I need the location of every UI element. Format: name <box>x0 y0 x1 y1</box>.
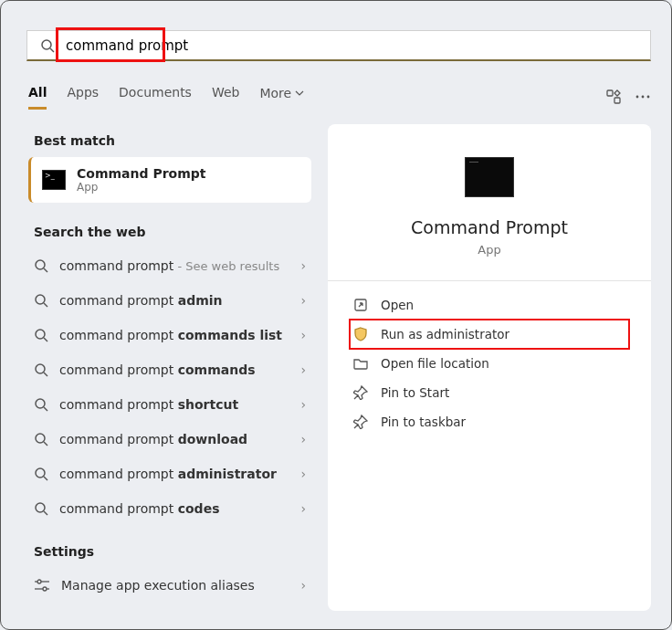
search-icon <box>34 467 48 481</box>
svg-point-7 <box>36 260 45 269</box>
svg-point-19 <box>36 468 45 478</box>
web-result-text: command prompt codes <box>59 501 219 516</box>
svg-point-21 <box>36 503 45 512</box>
detail-title: Command Prompt <box>411 217 568 237</box>
search-icon <box>34 362 48 377</box>
search-icon <box>34 293 48 308</box>
settings-heading: Settings <box>34 544 311 559</box>
best-match-subtitle: App <box>77 181 205 194</box>
svg-line-20 <box>44 477 47 480</box>
web-result-text: command prompt commands <box>59 362 256 377</box>
chevron-down-icon <box>295 89 304 98</box>
shield-icon <box>353 327 368 341</box>
chevron-right-icon: › <box>300 578 306 593</box>
command-prompt-icon <box>465 157 514 197</box>
chevron-right-icon: › <box>300 501 306 516</box>
action-pin-to-start[interactable]: Pin to Start <box>350 378 629 407</box>
open-icon <box>353 298 368 312</box>
action-open-file-location[interactable]: Open file location <box>350 349 629 378</box>
web-result-text: command prompt - See web results <box>59 258 279 273</box>
results-column: Best match Command Prompt App Search the… <box>28 133 311 611</box>
web-result[interactable]: command prompt codes› <box>28 491 311 526</box>
svg-point-11 <box>36 330 45 339</box>
apps-view-icon[interactable] <box>593 89 622 105</box>
search-icon <box>34 397 48 412</box>
svg-line-12 <box>44 338 47 341</box>
best-match-title: Command Prompt <box>77 166 205 181</box>
web-results-list: command prompt - See web results›command… <box>28 248 311 526</box>
svg-point-5 <box>642 96 645 99</box>
search-bar[interactable] <box>26 30 651 61</box>
action-label: Open file location <box>381 356 489 371</box>
svg-point-26 <box>43 587 47 591</box>
sliders-icon <box>34 578 50 593</box>
svg-line-22 <box>44 511 47 515</box>
search-icon <box>34 258 48 273</box>
svg-line-10 <box>44 303 47 307</box>
best-match-result[interactable]: Command Prompt App <box>28 157 311 203</box>
web-result[interactable]: command prompt commands› <box>28 352 311 387</box>
web-result[interactable]: command prompt - See web results› <box>28 248 311 283</box>
web-result[interactable]: command prompt administrator› <box>28 457 311 491</box>
web-result-text: command prompt download <box>59 432 247 446</box>
svg-point-4 <box>636 96 639 99</box>
settings-item-aliases[interactable]: Manage app execution aliases › <box>28 568 311 603</box>
tab-apps[interactable]: Apps <box>67 85 99 110</box>
web-result-text: command prompt administrator <box>59 467 277 481</box>
svg-point-13 <box>36 364 45 373</box>
search-web-heading: Search the web <box>34 225 311 239</box>
chevron-right-icon: › <box>300 432 306 446</box>
best-match-heading: Best match <box>34 133 311 148</box>
svg-point-17 <box>36 434 45 443</box>
search-icon <box>34 432 48 446</box>
chevron-right-icon: › <box>300 258 306 273</box>
detail-actions: OpenRun as administratorOpen file locati… <box>350 290 629 436</box>
web-result[interactable]: command prompt admin› <box>28 283 311 318</box>
svg-point-25 <box>37 580 41 583</box>
tab-web[interactable]: Web <box>212 85 240 110</box>
svg-line-8 <box>44 268 47 272</box>
tab-documents[interactable]: Documents <box>119 85 192 110</box>
action-label: Run as administrator <box>381 327 509 341</box>
search-icon <box>34 501 48 516</box>
action-label: Open <box>381 298 414 312</box>
web-result[interactable]: command prompt shortcut› <box>28 387 311 422</box>
web-result-text: command prompt admin <box>59 293 223 308</box>
tab-more[interactable]: More <box>259 85 304 110</box>
web-result[interactable]: command prompt commands list› <box>28 318 311 352</box>
svg-point-0 <box>42 40 51 49</box>
svg-line-14 <box>44 373 47 376</box>
settings-item-label: Manage app execution aliases <box>61 578 255 593</box>
svg-point-15 <box>36 399 45 408</box>
action-label: Pin to taskbar <box>381 415 466 429</box>
filter-tabs: All Apps Documents Web More <box>28 83 651 110</box>
web-result-text: command prompt shortcut <box>59 397 238 412</box>
divider <box>328 280 651 281</box>
search-icon <box>37 38 58 53</box>
svg-line-16 <box>44 407 47 411</box>
action-open[interactable]: Open <box>350 290 629 320</box>
svg-line-18 <box>44 442 47 446</box>
detail-type: App <box>478 243 500 257</box>
svg-point-6 <box>647 96 650 99</box>
svg-line-1 <box>50 48 54 52</box>
action-pin-to-taskbar[interactable]: Pin to taskbar <box>350 407 629 436</box>
chevron-right-icon: › <box>300 397 306 412</box>
detail-pane: Command Prompt App OpenRun as administra… <box>328 124 651 611</box>
action-run-as-administrator[interactable]: Run as administrator <box>350 320 629 349</box>
chevron-right-icon: › <box>300 328 306 342</box>
action-label: Pin to Start <box>381 385 449 400</box>
svg-rect-2 <box>607 90 613 96</box>
search-input[interactable] <box>58 37 641 54</box>
web-result[interactable]: command prompt download› <box>28 422 311 457</box>
svg-point-9 <box>36 295 45 304</box>
web-result-text: command prompt commands list <box>59 328 282 342</box>
svg-rect-3 <box>614 98 620 103</box>
tab-all[interactable]: All <box>28 85 47 110</box>
chevron-right-icon: › <box>300 362 306 377</box>
command-prompt-icon <box>42 170 66 190</box>
more-icon[interactable] <box>622 89 651 105</box>
pin-icon <box>353 415 368 429</box>
chevron-right-icon: › <box>300 467 306 481</box>
chevron-right-icon: › <box>300 293 306 308</box>
